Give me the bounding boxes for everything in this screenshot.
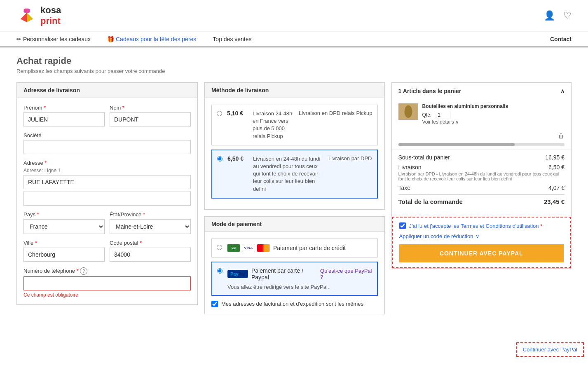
adresse-line1-label: Adresse: Ligne 1: [23, 168, 191, 173]
delivery-method-panel: Méthode de livraison 5,10 € Livraison 24…: [204, 82, 385, 210]
nav-top-ventes[interactable]: Top des ventes: [213, 36, 251, 42]
payment-body: CB VISA Paiement par carte de crédit: [205, 232, 384, 314]
payment-option-paypal[interactable]: PayPal Paiement par carte / Paypal Qu'es…: [211, 262, 378, 296]
ville-group: Ville *: [23, 240, 105, 262]
livraison-desc: Livraison par DPD - Livraison en 24-48h …: [398, 171, 565, 181]
product-thumbnail: [398, 103, 418, 120]
societe-group: Société: [23, 132, 191, 154]
livraison-row: Livraison 6,50 €: [398, 164, 565, 171]
progress-bar-fill: [398, 143, 515, 146]
delivery-relay-desc: Livraison 24-48h en France vers plus de …: [253, 110, 294, 140]
codepostal-input[interactable]: [110, 248, 191, 262]
province-label: État/Province *: [110, 211, 191, 218]
delivery-option-relay[interactable]: 5,10 € Livraison 24-48h en France vers p…: [211, 105, 378, 145]
payment-paypal-label: Paiement par carte / Paypal: [251, 267, 317, 281]
page-subtitle: Remplissez les champs suivants pour pass…: [16, 68, 572, 74]
pays-select[interactable]: France Belgique Suisse: [23, 219, 105, 234]
nom-input[interactable]: [110, 112, 191, 126]
payment-panel: Mode de paiement CB VISA Paiement: [204, 216, 385, 314]
livraison-value: 6,50 €: [548, 164, 565, 171]
pays-province-row: Pays * France Belgique Suisse État/Provi…: [23, 211, 191, 234]
delivery-address-body: Prénom * Nom * Société Adresse * Adresse…: [17, 98, 197, 304]
logo[interactable]: kosa print: [16, 5, 61, 26]
product-thumb-img: [399, 103, 418, 120]
continue-paypal-button[interactable]: CONTINUER AVEC PAYPAL: [399, 244, 564, 262]
prenom-group: Prénom *: [23, 105, 105, 126]
payment-radio-card[interactable]: [217, 245, 222, 250]
ville-input[interactable]: [23, 248, 105, 262]
ville-label: Ville *: [23, 240, 105, 246]
taxe-label: Taxe: [398, 185, 411, 191]
qty-input[interactable]: [434, 111, 450, 119]
prenom-nom-row: Prénom * Nom *: [23, 105, 191, 126]
logo-kosa: kosa: [40, 5, 61, 15]
payment-paypal-content: PayPal Paiement par carte / Paypal Qu'es…: [227, 267, 372, 290]
order-summary-panel: 1 Article dans le panier ∧ Bouteilles en…: [391, 82, 572, 269]
delivery-home-desc: Livraison en 24-48h du lundi au vendredi…: [253, 155, 323, 193]
logo-print: print: [40, 16, 61, 26]
discount-row[interactable]: Appliquer un code de réduction ∨: [399, 233, 564, 239]
article-count: 1 Article dans le panier: [398, 88, 461, 94]
sous-total-label: Sous-total du panier: [398, 154, 450, 161]
terms-checkbox[interactable]: [399, 222, 406, 229]
terms-section: J'ai lu et j'accepte les Termes et Condi…: [392, 217, 572, 268]
billing-checkbox-row: Mes adresses de facturation et d'expédit…: [211, 301, 378, 307]
delivery-radio-home[interactable]: [217, 156, 223, 161]
total-value: 23,45 €: [544, 198, 565, 205]
delivery-home-price: 6,50 €: [227, 155, 248, 162]
qty-label: Qté:: [422, 112, 432, 118]
codepostal-label: Code postal *: [110, 240, 191, 246]
adresse-line1-input[interactable]: [23, 175, 191, 189]
user-icon[interactable]: 👤: [544, 10, 555, 21]
nom-group: Nom *: [110, 105, 191, 126]
prenom-input[interactable]: [23, 112, 105, 126]
delete-icon[interactable]: 🗑: [558, 132, 565, 140]
order-totals: Sous-total du panier 16,95 € Livraison 6…: [392, 150, 572, 213]
delivery-radio-relay[interactable]: [217, 111, 222, 116]
societe-input[interactable]: [23, 140, 191, 154]
prenom-label: Prénom *: [23, 105, 105, 111]
ville-postal-row: Ville * Code postal *: [23, 240, 191, 262]
province-select[interactable]: Maine-et-Loire Paris: [110, 219, 191, 234]
header-icons: 👤 ♡: [544, 10, 572, 21]
progress-bar: [398, 143, 565, 146]
paypal-what-link[interactable]: Qu'est-ce que PayPal ?: [320, 268, 372, 280]
logo-icon: [16, 7, 37, 25]
svg-point-7: [404, 105, 412, 118]
total-label: Total de la commande: [398, 198, 463, 205]
taxe-row: Taxe 4,07 €: [398, 185, 565, 191]
delivery-method-body: 5,10 € Livraison 24-48h en France vers p…: [205, 98, 384, 209]
card-icon-mc: [257, 244, 270, 252]
livraison-label: Livraison: [398, 164, 422, 171]
nav-contact[interactable]: Contact: [550, 36, 572, 42]
payment-option-card[interactable]: CB VISA Paiement par carte de crédit: [211, 239, 378, 257]
sous-total-value: 16,95 €: [545, 154, 565, 161]
delivery-option-home[interactable]: 6,50 € Livraison en 24-48h du lundi au v…: [211, 150, 378, 199]
total-row: Total de la commande 23,45 €: [398, 194, 565, 205]
societe-label: Société: [23, 132, 191, 138]
nav-personaliser[interactable]: ✏ Personnaliser les cadeaux: [16, 36, 91, 42]
payment-card-label: Paiement par carte de crédit: [273, 245, 346, 251]
middle-column: Méthode de livraison 5,10 € Livraison 24…: [204, 82, 385, 314]
page-content: Achat rapide Remplissez les champs suiva…: [0, 47, 588, 323]
delivery-address-panel: Adresse de livraison Prénom * Nom * Soci…: [16, 82, 198, 305]
payment-radio-paypal[interactable]: [217, 268, 223, 274]
billing-checkbox[interactable]: [211, 301, 218, 307]
payment-header: Mode de paiement: [205, 217, 384, 232]
heart-icon[interactable]: ♡: [563, 10, 572, 21]
page-title: Achat rapide: [16, 56, 572, 66]
telephone-input[interactable]: [23, 276, 191, 290]
product-details-link[interactable]: Voir les détails ∨: [422, 119, 565, 125]
taxe-value: 4,07 €: [548, 185, 565, 191]
collapse-caret[interactable]: ∧: [560, 88, 565, 94]
delivery-relay-price: 5,10 €: [227, 110, 248, 117]
nav-cadeaux-fete[interactable]: 🎁 Cadeaux pour la fête des pères: [107, 36, 196, 42]
telephone-label: Numéro de téléphone * ?: [23, 267, 191, 275]
terms-link[interactable]: J'ai lu et j'accepte les Termes et Condi…: [409, 223, 539, 229]
product-info: Bouteilles en aluminium personnalis Qté:…: [422, 103, 565, 125]
card-icon-visa: VISA: [242, 244, 255, 252]
adresse-line2-input[interactable]: [23, 192, 191, 206]
telephone-group: Numéro de téléphone * ? Ce champ est obl…: [23, 267, 191, 298]
discount-label: Appliquer un code de réduction: [399, 233, 473, 239]
telephone-help-icon[interactable]: ?: [80, 267, 87, 275]
